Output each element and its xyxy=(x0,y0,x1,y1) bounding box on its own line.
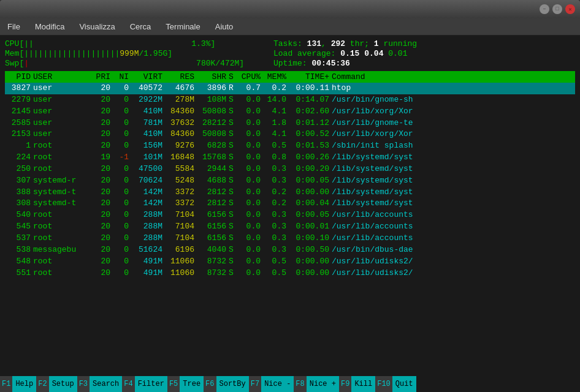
uptime-row: Uptime: 00:45:36 xyxy=(273,59,575,68)
menu-item-file[interactable]: File xyxy=(5,21,23,32)
hotkey-num: F4 xyxy=(122,376,134,392)
hotkey-quit[interactable]: F10Quit xyxy=(375,376,416,392)
time-header: TIME+ xyxy=(289,72,332,81)
hotkey-label: SortBy xyxy=(216,376,249,392)
hotkey-num: F8 xyxy=(294,376,306,392)
hotkey-num: F1 xyxy=(0,376,12,392)
table-row[interactable]: 250root2004750055842944S0.00.30:00.20/li… xyxy=(5,164,575,175)
window-controls: – □ ✕ xyxy=(540,4,575,14)
hotkey-label: Help xyxy=(12,376,36,392)
left-stats: CPU[|| 1.3%] Mem[||||||||||||||||||||999… xyxy=(5,39,269,69)
menu-item-terminale[interactable]: Terminale xyxy=(163,21,202,32)
ni-header: NI xyxy=(113,72,131,81)
table-row[interactable]: 545root200288M71046156S0.00.30:00.01/usr… xyxy=(5,221,575,233)
hotkey-nice +[interactable]: F8Nice + xyxy=(294,376,339,392)
hotkey-search[interactable]: F3Search xyxy=(77,376,123,392)
hotkey-label: Nice - xyxy=(261,376,294,392)
table-row[interactable]: 2145user200410M8436050808S0.04.10:02.60/… xyxy=(5,106,575,118)
menubar: FileModificaVisualizzaCercaTerminaleAiut… xyxy=(0,18,580,36)
terminal[interactable]: CPU[|| 1.3%] Mem[||||||||||||||||||||999… xyxy=(0,36,580,392)
hotkey-label: Nice + xyxy=(307,376,339,392)
cmd-header: Command xyxy=(332,72,573,81)
table-row[interactable]: 537root200288M71046156S0.00.30:00.10/usr… xyxy=(5,233,575,244)
swp-row: Swp[| 780K/472M] xyxy=(5,59,269,68)
table-row[interactable]: 308systemd-t200142M33722812S0.00.20:00.0… xyxy=(5,198,575,209)
titlebar: – □ ✕ xyxy=(0,0,580,18)
table-row[interactable]: 2585user200781M3763228212S0.01.80:01.12/… xyxy=(5,118,575,129)
column-headers: PID USER PRI NI VIRT RES SHR S CPU% MEM%… xyxy=(5,71,575,83)
hotkey-label: Filter xyxy=(135,376,167,392)
pri-header: PRI xyxy=(88,72,113,81)
hotkey-kill[interactable]: F9Kill xyxy=(339,376,375,392)
table-row[interactable]: 224root19-1101M1684815768S0.00.80:00.26/… xyxy=(5,152,575,164)
hotkey-num: F5 xyxy=(167,376,180,392)
mem-header: MEM% xyxy=(263,72,289,81)
hotkey-tree[interactable]: F5Tree xyxy=(167,376,204,392)
hotkey-label: Setup xyxy=(49,376,77,392)
table-row[interactable]: 551root200491M110608732S0.00.50:00.00/us… xyxy=(5,268,575,279)
hotkey-label: Search xyxy=(90,376,122,392)
hotkey-label: Kill xyxy=(351,376,375,392)
hotkey-num: F6 xyxy=(204,376,216,392)
hotkey-sortby[interactable]: F6SortBy xyxy=(204,376,249,392)
hotkey-bar: F1HelpF2SetupF3SearchF4FilterF5TreeF6Sor… xyxy=(0,376,580,392)
cpu-row: CPU[|| 1.3%] xyxy=(5,39,269,48)
hotkey-help[interactable]: F1Help xyxy=(0,376,36,392)
cpu-header: CPU% xyxy=(237,72,263,81)
hotkey-num: F2 xyxy=(36,376,48,392)
shr-header: SHR xyxy=(197,72,229,81)
table-row[interactable]: 538messagebu2005162461964040S0.00.30:00.… xyxy=(5,244,575,256)
pid-header: PID xyxy=(7,72,33,81)
mem-row: Mem[||||||||||||||||||||999M/1.95G] xyxy=(5,49,269,58)
table-row[interactable]: 307systemd-r2007062452484688S0.00.30:00.… xyxy=(5,175,575,187)
hotkey-num: F7 xyxy=(249,376,261,392)
right-stats: Tasks: 131, 292 thr; 1 running Load aver… xyxy=(269,39,575,69)
menu-item-modifica[interactable]: Modifica xyxy=(32,21,67,32)
table-row[interactable]: 548root200491M110608732S0.00.50:00.00/us… xyxy=(5,256,575,268)
minimize-button[interactable]: – xyxy=(540,4,549,14)
hotkey-label: Quit xyxy=(392,376,416,392)
table-row[interactable]: 2279user2002922M278M108MS0.014.00:14.07/… xyxy=(5,94,575,106)
hotkey-num: F9 xyxy=(339,376,351,392)
maximize-button[interactable]: □ xyxy=(552,4,562,14)
table-row[interactable]: 1root200156M92766828S0.00.50:01.53/sbin/… xyxy=(5,140,575,152)
user-header: USER xyxy=(33,72,88,81)
stats-header: CPU[|| 1.3%] Mem[||||||||||||||||||||999… xyxy=(5,39,575,69)
s-header: S xyxy=(229,72,237,81)
hotkey-num: F10 xyxy=(375,376,392,392)
res-header: RES xyxy=(165,72,197,81)
table-row[interactable]: 2153user200410M8436050808S0.04.10:00.52/… xyxy=(5,129,575,140)
table-row[interactable]: 540root200288M71046156S0.00.30:00.05/usr… xyxy=(5,209,575,221)
hotkey-num: F3 xyxy=(77,376,90,392)
table-row[interactable]: 3827user2004057246763896R0.70.20:00.11ht… xyxy=(5,83,575,94)
menu-item-cerca[interactable]: Cerca xyxy=(128,21,154,32)
tasks-row: Tasks: 131, 292 thr; 1 running xyxy=(273,39,575,48)
menu-item-aiuto[interactable]: Aiuto xyxy=(213,21,236,32)
hotkey-setup[interactable]: F2Setup xyxy=(36,376,77,392)
virt-header: VIRT xyxy=(131,72,165,81)
hotkey-nice -[interactable]: F7Nice - xyxy=(249,376,294,392)
close-button[interactable]: ✕ xyxy=(565,4,575,14)
table-row[interactable]: 388systemd-t200142M33722812S0.00.20:00.0… xyxy=(5,187,575,198)
hotkey-filter[interactable]: F4Filter xyxy=(122,376,167,392)
process-list: 3827user2004057246763896R0.70.20:00.11ht… xyxy=(5,83,575,279)
menu-item-visualizza[interactable]: Visualizza xyxy=(77,21,117,32)
hotkey-label: Tree xyxy=(180,376,204,392)
load-row: Load average: 0.15 0.04 0.01 xyxy=(273,49,575,58)
